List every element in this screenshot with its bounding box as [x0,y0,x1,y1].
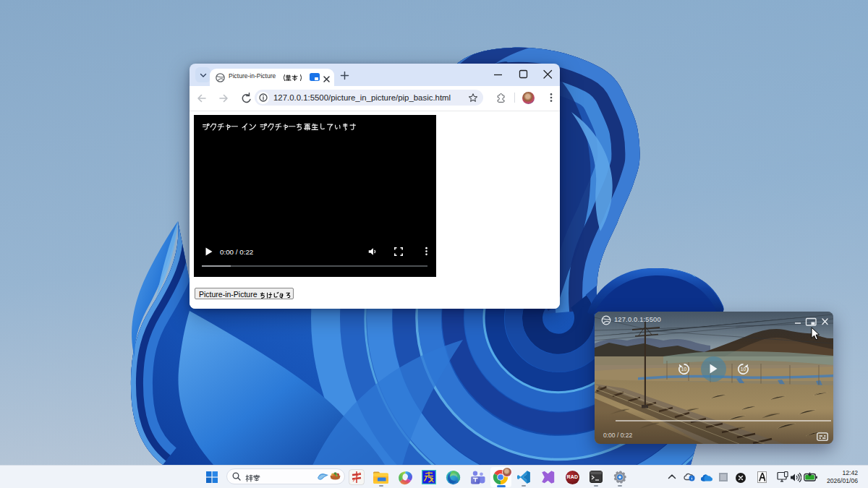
svg-text:10: 10 [741,367,746,372]
svg-text:10: 10 [681,367,687,372]
